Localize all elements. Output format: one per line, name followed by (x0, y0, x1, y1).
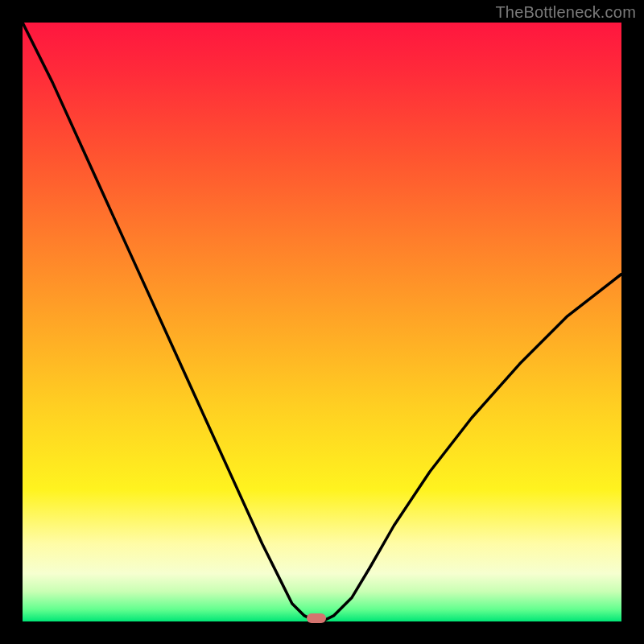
watermark-text: TheBottleneck.com (495, 3, 636, 22)
optimum-marker (307, 613, 326, 623)
bottleneck-curve (23, 23, 621, 621)
curve-path (23, 23, 621, 621)
gradient-plot-area (23, 23, 621, 621)
chart-frame: TheBottleneck.com (0, 0, 644, 644)
